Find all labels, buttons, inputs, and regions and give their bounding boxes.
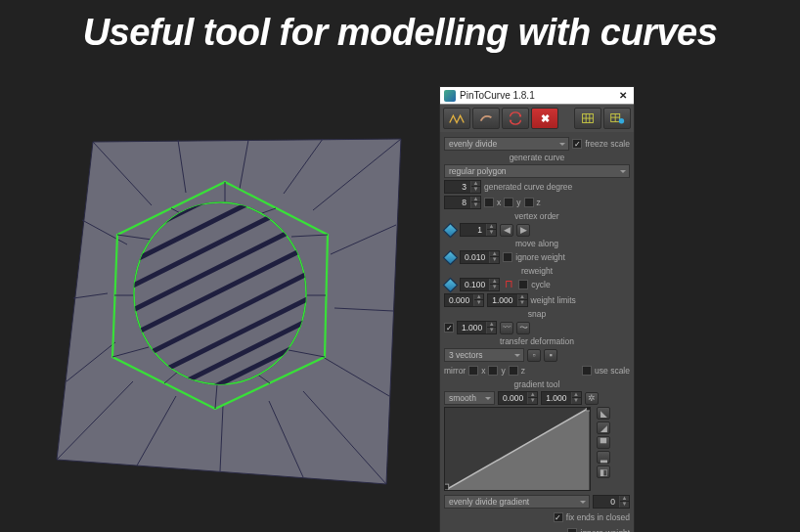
reweight-apply-icon[interactable] [444, 279, 457, 291]
weight-min-input[interactable]: 0.000▲▼ [444, 293, 484, 307]
tool-sync-icon[interactable] [502, 108, 529, 129]
transfer-opt2-icon[interactable]: ▪ [544, 349, 557, 362]
gradient-divide-dropdown[interactable]: evenly divide gradient [444, 495, 590, 509]
snap-curve1-icon[interactable]: 〰 [500, 322, 513, 334]
vectors-dropdown[interactable]: 3 vectors [444, 348, 524, 362]
svg-point-51 [619, 118, 624, 123]
fix-ends-label: fix ends in closed [566, 512, 630, 522]
reweight-input[interactable]: 0.100▲▼ [460, 278, 500, 291]
fix-ends-checkbox[interactable] [554, 512, 563, 522]
divide-mode-dropdown[interactable]: evenly divide [444, 137, 569, 151]
mirror-x-checkbox[interactable] [468, 366, 478, 376]
gradient-mode-dropdown[interactable]: smooth [444, 391, 495, 405]
close-button[interactable]: ✕ [616, 90, 630, 101]
use-scale-checkbox[interactable] [582, 366, 592, 376]
freeze-scale-label: freeze scale [585, 139, 630, 149]
panel-title: PinToCurve 1.8.1 [460, 90, 535, 101]
tool-grid-icon[interactable] [574, 108, 601, 129]
axis-y-label: y [516, 198, 520, 207]
use-scale-label: use scale [595, 366, 630, 376]
vertex-order-input[interactable]: 1▲▼ [460, 223, 497, 237]
snap-label: snap [444, 309, 630, 319]
curve-type-dropdown[interactable]: regular polygon [444, 164, 630, 178]
gradient-tool-label: gradient tool [444, 379, 630, 389]
page-headline: Useful tool for modelling with curves [0, 12, 800, 54]
tool-brush-icon[interactable] [472, 108, 500, 129]
snap-input[interactable]: 1.000▲▼ [457, 321, 497, 334]
grad-count-input[interactable]: 0▲▼ [593, 495, 630, 509]
gradient-gear-icon[interactable]: ✲ [585, 392, 599, 405]
mirror-y-checkbox[interactable] [488, 366, 498, 376]
cycle-checkbox[interactable] [518, 280, 528, 289]
grad-min-input[interactable]: 0.000▲▼ [498, 391, 538, 405]
tool-delete-icon[interactable]: ✖ [531, 108, 558, 129]
axis-x-checkbox[interactable] [484, 198, 494, 207]
transfer-deformation-label: transfer deformation [444, 336, 630, 346]
tool-gridadd-icon[interactable] [603, 108, 631, 129]
transfer-opt1-icon[interactable]: ▫ [527, 349, 541, 362]
vertex-order-apply-icon[interactable] [444, 224, 457, 237]
degree-label: generated curve degree [484, 182, 572, 192]
grad-max-input[interactable]: 1.000▲▼ [541, 391, 581, 405]
svg-rect-54 [445, 484, 449, 490]
axis-x-label: x [497, 198, 501, 207]
sides-input[interactable]: 8▲▼ [444, 196, 481, 209]
magnet-icon[interactable]: ⊓ [503, 279, 515, 291]
vertex-order-label: vertex order [444, 211, 630, 221]
weight-max-input[interactable]: 1.000▲▼ [487, 293, 527, 307]
mirror-z-label: z [521, 366, 525, 376]
weight-limits-label: weight limits [531, 295, 576, 305]
app-logo-icon [444, 90, 456, 102]
axis-z-label: z [537, 198, 541, 207]
degree-input[interactable]: 3▲▼ [444, 180, 481, 194]
vertex-order-next-icon[interactable]: ▶ [516, 224, 530, 237]
axis-z-checkbox[interactable] [524, 198, 534, 207]
cycle-label: cycle [531, 280, 550, 289]
viewport-3d [39, 88, 421, 509]
mirror-y-label: y [501, 366, 505, 376]
panel-titlebar[interactable]: PinToCurve 1.8.1 ✕ [440, 87, 634, 105]
graph-tool3-icon[interactable]: ▀ [597, 436, 610, 449]
move-along-apply-icon[interactable] [444, 251, 457, 264]
ignore-weight-checkbox[interactable] [503, 252, 512, 262]
snap-curve2-icon[interactable]: 〜 [516, 322, 530, 334]
gradient-graph[interactable] [444, 407, 591, 491]
freeze-scale-checkbox[interactable] [572, 139, 582, 149]
pintocurve-panel: PinToCurve 1.8.1 ✕ ✖ evenly divide freez… [439, 86, 635, 532]
ignore-weight-label: ignore weight [515, 252, 565, 262]
move-along-input[interactable]: 0.010▲▼ [460, 250, 500, 264]
axis-y-checkbox[interactable] [504, 198, 513, 207]
ignore-weight2-label: ignore weight [580, 528, 630, 532]
graph-tool1-icon[interactable]: ◣ [597, 407, 610, 420]
generate-curve-label: generate curve [444, 153, 630, 162]
main-icon-row: ✖ [440, 105, 634, 132]
tool-pin-icon[interactable] [443, 108, 470, 129]
graph-tool5-icon[interactable]: ◧ [597, 466, 610, 478]
vertex-order-prev-icon[interactable]: ◀ [500, 224, 513, 237]
mirror-z-checkbox[interactable] [509, 366, 518, 376]
mirror-x-label: x [481, 366, 485, 376]
move-along-label: move along [444, 239, 630, 248]
ignore-weight2-checkbox[interactable] [567, 528, 577, 532]
reweight-label: reweight [444, 266, 630, 276]
graph-tool4-icon[interactable]: ▂ [597, 451, 610, 464]
graph-tool2-icon[interactable]: ◢ [597, 421, 610, 434]
mirror-label: mirror [444, 366, 466, 376]
snap-checkbox[interactable] [444, 323, 454, 332]
svg-rect-55 [586, 408, 590, 411]
